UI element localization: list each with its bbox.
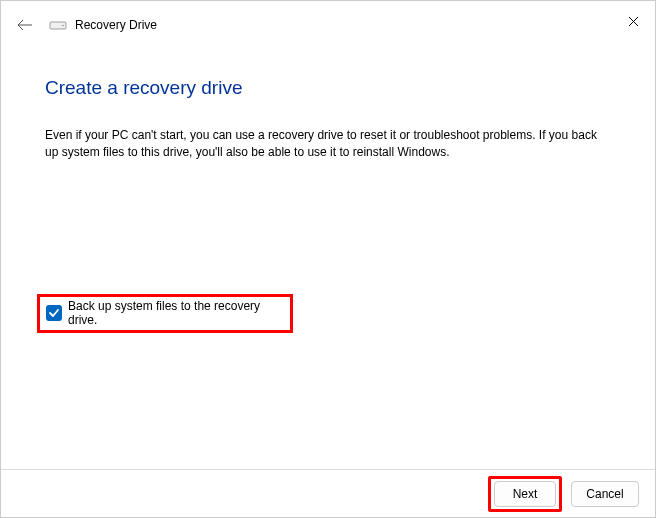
- cancel-button[interactable]: Cancel: [571, 481, 639, 507]
- footer: Next Cancel: [1, 469, 655, 517]
- backup-checkbox-row[interactable]: Back up system files to the recovery dri…: [37, 294, 293, 333]
- next-button[interactable]: Next: [494, 481, 556, 507]
- back-arrow-icon[interactable]: [17, 19, 33, 31]
- close-icon[interactable]: [625, 13, 641, 29]
- svg-point-1: [62, 25, 64, 27]
- backup-checkbox[interactable]: [46, 305, 62, 321]
- window-title: Recovery Drive: [75, 18, 157, 32]
- next-button-highlight: Next: [488, 476, 562, 512]
- content-area: Create a recovery drive Even if your PC …: [1, 49, 655, 333]
- titlebar: Recovery Drive: [1, 1, 655, 49]
- backup-checkbox-label: Back up system files to the recovery dri…: [68, 299, 280, 327]
- drive-icon: [49, 19, 67, 31]
- page-description: Even if your PC can't start, you can use…: [45, 127, 617, 162]
- page-heading: Create a recovery drive: [45, 77, 617, 99]
